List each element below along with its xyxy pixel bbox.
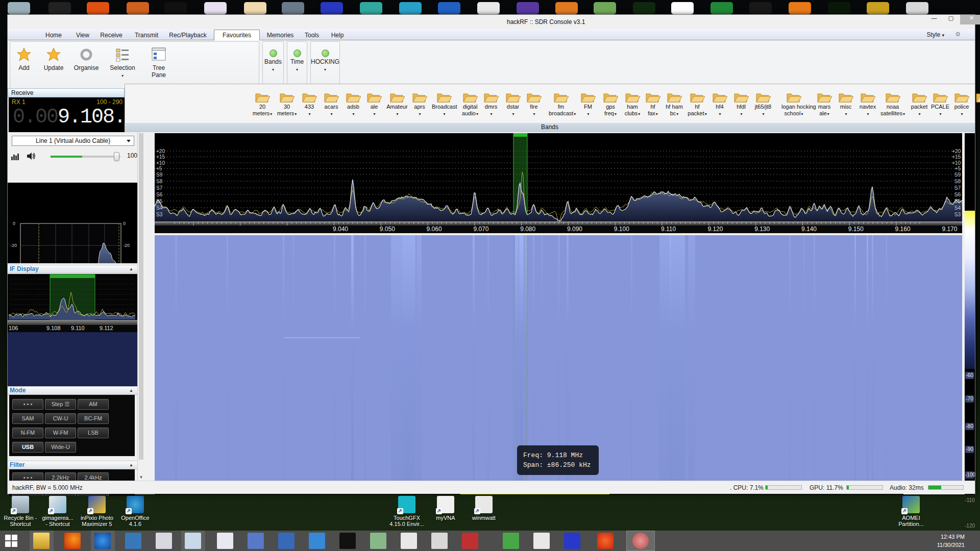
svg-text:0: 0	[123, 221, 126, 226]
svg-text:+5: +5	[955, 166, 961, 171]
svg-text:+15: +15	[156, 154, 165, 160]
svg-text:S9: S9	[954, 172, 961, 178]
svg-text:+20: +20	[156, 148, 165, 154]
svg-text:S7: S7	[156, 185, 163, 191]
svg-text:+20: +20	[952, 148, 961, 154]
svg-text:-20: -20	[123, 243, 130, 248]
svg-text:S5: S5	[156, 198, 163, 204]
svg-text:S3: S3	[954, 212, 961, 217]
svg-text:S4: S4	[954, 205, 961, 211]
svg-text:S8: S8	[954, 179, 961, 184]
svg-text:S8: S8	[156, 179, 163, 184]
svg-text:S4: S4	[156, 205, 163, 211]
svg-text:S7: S7	[954, 185, 961, 191]
svg-text:S9: S9	[156, 172, 163, 178]
svg-text:+10: +10	[952, 160, 961, 166]
svg-text:S5: S5	[954, 198, 961, 204]
svg-text:S6: S6	[954, 192, 961, 197]
svg-text:0: 0	[13, 221, 15, 226]
svg-text:+15: +15	[952, 154, 961, 160]
svg-text:+10: +10	[156, 160, 165, 166]
svg-text:S3: S3	[156, 212, 163, 217]
svg-text:S6: S6	[156, 192, 163, 197]
svg-text:+5: +5	[156, 166, 162, 171]
svg-text:-20: -20	[10, 243, 17, 248]
